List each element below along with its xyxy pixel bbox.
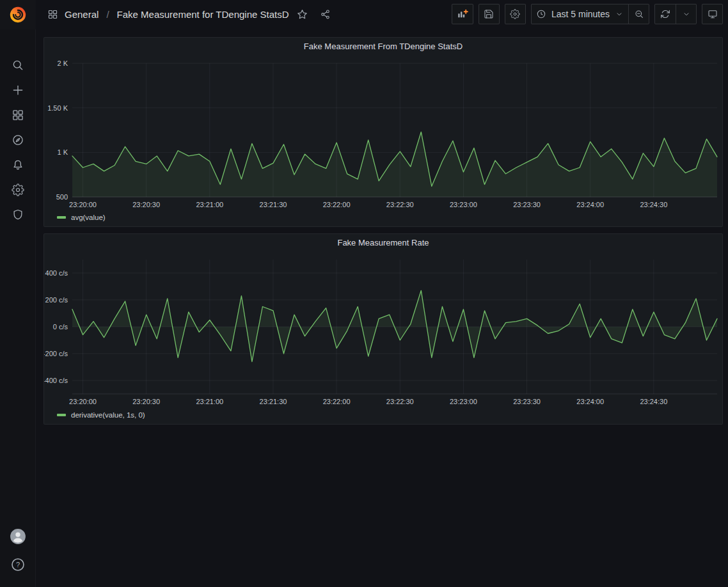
timeseries-chart[interactable]: 5001 K1.50 K2 K23:20:0023:20:3023:21:002… (44, 56, 722, 212)
legend-series-label: derivative(value, 1s, 0) (71, 411, 145, 419)
x-axis-tick-label: 23:24:00 (576, 398, 604, 405)
sidebar-bottom: ? (8, 527, 28, 587)
timeseries-chart[interactable]: -400 c/s-200 c/s0 c/s200 c/s400 c/s23:20… (44, 252, 722, 409)
series-fill (72, 290, 717, 361)
breadcrumb: General / Fake Measurement for TDengine … (47, 9, 289, 20)
x-axis-tick-label: 23:22:00 (323, 201, 351, 208)
legend-series-label: avg(value) (71, 214, 106, 221)
save-icon (484, 9, 494, 19)
y-axis-tick-label: 1.50 K (47, 104, 68, 112)
breadcrumb-folder-link[interactable]: General (47, 9, 99, 20)
chevron-down-icon (615, 10, 624, 19)
legend-series-swatch (57, 414, 66, 416)
user-profile-button[interactable] (8, 527, 28, 546)
magnifier-minus-icon (634, 9, 644, 19)
legend-item[interactable]: avg(value) (44, 212, 722, 226)
sync-arrows-icon (660, 9, 670, 19)
dashboard-title: Fake Measurement for TDengine StatsD (117, 9, 289, 20)
panel-title[interactable]: Fake Measurement Rate (44, 234, 722, 252)
panel-fake-measurement: Fake Measurement From TDengine StatsD 50… (44, 37, 723, 227)
cycle-view-mode-button[interactable] (702, 4, 723, 24)
legend-series-swatch (57, 216, 66, 219)
share-dashboard-button[interactable] (316, 4, 335, 24)
clock-icon (536, 9, 546, 19)
x-axis-tick-label: 23:23:00 (450, 201, 477, 208)
time-range-picker[interactable]: Last 5 minutes (531, 4, 628, 24)
monitor-icon (708, 9, 718, 19)
sidebar: ? (0, 0, 36, 587)
x-axis-tick-label: 23:22:30 (386, 201, 414, 208)
x-axis-tick-label: 23:23:00 (450, 398, 477, 405)
x-axis-tick-label: 23:23:30 (513, 201, 541, 208)
user-avatar-icon (10, 528, 26, 545)
y-axis-tick-label: 200 c/s (45, 296, 68, 304)
x-axis-tick-label: 23:21:30 (260, 398, 287, 405)
chevron-down-icon (682, 10, 691, 19)
x-axis-tick-label: 23:20:00 (69, 201, 97, 208)
x-axis-tick-label: 23:20:30 (132, 398, 160, 405)
y-axis-tick-label: 400 c/s (45, 269, 68, 277)
y-axis-tick-label: 0 c/s (53, 323, 68, 331)
series-fill (72, 132, 717, 197)
dashboard-settings-button[interactable] (505, 4, 526, 24)
gear-icon (12, 184, 24, 196)
star-dashboard-button[interactable] (293, 4, 312, 24)
x-axis-tick-label: 23:21:00 (196, 201, 223, 208)
panel-add-icon (457, 8, 468, 20)
panel-title[interactable]: Fake Measurement From TDengine StatsD (44, 38, 722, 56)
sidebar-item-alerting[interactable] (0, 152, 36, 177)
breadcrumb-folder-label: General (65, 9, 99, 20)
sidebar-item-dashboards[interactable] (0, 102, 36, 127)
x-axis-tick-label: 23:20:00 (69, 398, 97, 405)
x-axis-tick-label: 23:20:30 (132, 201, 160, 208)
x-axis-tick-label: 23:21:30 (260, 201, 287, 208)
x-axis-tick-label: 23:24:30 (640, 201, 667, 208)
y-axis-tick-label: 2 K (57, 59, 68, 67)
sidebar-item-create[interactable] (0, 77, 36, 102)
dashboards-grid-icon (12, 109, 24, 121)
plus-icon (12, 84, 24, 97)
x-axis-tick-label: 23:24:00 (576, 201, 604, 208)
shield-icon (12, 208, 24, 221)
x-axis-tick-label: 23:24:30 (640, 398, 667, 405)
bell-icon (12, 159, 24, 171)
x-axis-tick-label: 23:21:00 (196, 398, 223, 405)
breadcrumb-separator: / (105, 9, 110, 20)
panel-fake-measurement-rate: Fake Measurement Rate -400 c/s-200 c/s0 … (44, 233, 723, 425)
y-axis-tick-label: 1 K (57, 148, 68, 156)
help-button[interactable]: ? (8, 555, 28, 574)
dashboard-grid: Fake Measurement From TDengine StatsD 50… (36, 28, 728, 425)
search-icon (12, 59, 24, 72)
svg-text:?: ? (15, 561, 19, 568)
x-axis-tick-label: 23:23:30 (513, 398, 541, 405)
sidebar-item-server-admin[interactable] (0, 202, 36, 227)
zoom-out-time-button[interactable] (628, 4, 649, 24)
compass-icon (12, 134, 24, 146)
y-axis-tick-label: -400 c/s (44, 377, 68, 384)
legend-item[interactable]: derivative(value, 1s, 0) (44, 409, 722, 424)
apps-grid-icon (47, 9, 58, 20)
sidebar-item-explore[interactable] (0, 127, 36, 152)
toolbar: Last 5 minutes (452, 4, 723, 24)
time-range-label: Last 5 minutes (551, 9, 610, 19)
star-icon (297, 9, 308, 20)
sidebar-item-search[interactable] (0, 52, 36, 77)
sidebar-item-configuration[interactable] (0, 177, 36, 202)
top-navbar: General / Fake Measurement for TDengine … (36, 0, 728, 28)
x-axis-tick-label: 23:22:30 (386, 398, 414, 405)
x-axis-tick-label: 23:22:00 (323, 398, 351, 405)
refresh-dashboard-button[interactable] (654, 4, 676, 24)
refresh-group (654, 4, 697, 24)
y-axis-tick-label: -200 c/s (44, 350, 68, 357)
save-dashboard-button[interactable] (479, 4, 500, 24)
refresh-interval-dropdown[interactable] (676, 4, 697, 24)
question-circle-icon: ? (10, 557, 26, 572)
grafana-logo-icon (8, 5, 28, 24)
sidebar-nav (0, 52, 36, 227)
add-panel-button[interactable] (452, 4, 473, 24)
grafana-logo-button[interactable] (0, 0, 36, 29)
gear-icon (510, 9, 520, 19)
share-alt-icon (320, 9, 331, 20)
y-axis-tick-label: 500 (56, 193, 68, 201)
time-picker-group: Last 5 minutes (531, 4, 649, 24)
